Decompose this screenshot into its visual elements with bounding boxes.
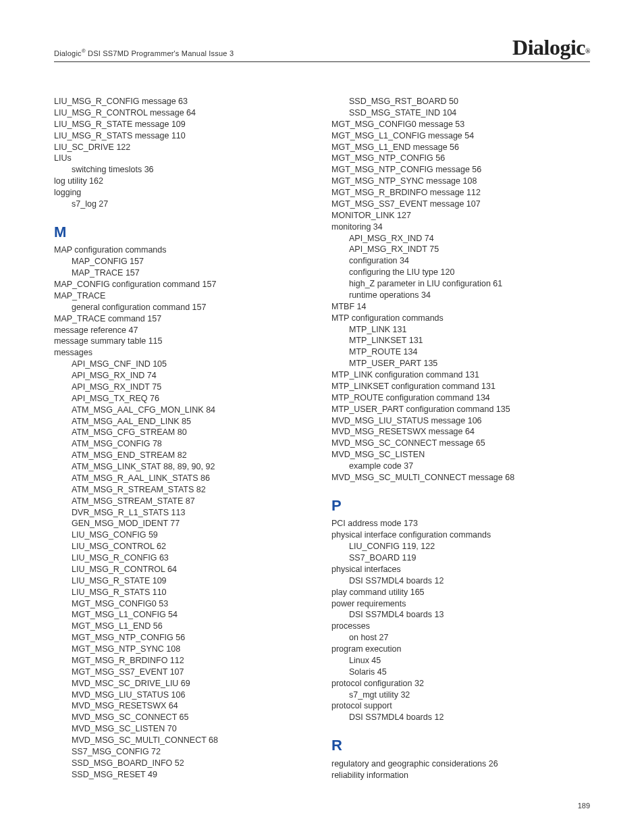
index-entry[interactable]: ATM_MSG_END_STREAM 82 [54,450,313,461]
index-entry[interactable]: DSI SS7MDL4 boards 12 [331,712,590,723]
index-entry[interactable]: MTP configuration commands [331,313,590,324]
index-entry[interactable]: LIU_MSG_R_CONFIG 63 [54,552,313,564]
index-entry[interactable]: API_MSG_RX_IND 74 [54,370,313,382]
index-entry[interactable]: DVR_MSG_R_L1_STATS 113 [54,507,313,519]
index-entry[interactable]: MTP_USER_PART 135 [331,358,590,369]
index-entry[interactable]: reliability information [331,770,590,781]
index-entry[interactable]: regulatory and geographic considerations… [331,758,590,770]
index-entry[interactable]: s7_log 27 [54,199,313,210]
index-entry[interactable]: runtime operations 34 [331,290,590,301]
index-entry[interactable]: MGT_MSG_R_BRDINFO 112 [54,655,313,667]
index-entry[interactable]: message summary table 115 [54,336,313,347]
index-entry[interactable]: MVD_MSG_SC_CONNECT message 65 [331,438,590,449]
index-entry[interactable]: SS7_MSG_CONFIG 72 [54,746,313,758]
index-entry[interactable]: LIUs [54,153,313,164]
index-entry[interactable]: protocol support [331,700,590,712]
index-entry[interactable]: s7_mgt utility 32 [331,689,590,701]
index-entry[interactable]: API_MSG_RX_INDT 75 [54,382,313,393]
index-entry[interactable]: messages [54,347,313,359]
index-entry[interactable]: MGT_MSG_L1_CONFIG 54 [54,609,313,621]
index-entry[interactable]: API_MSG_TX_REQ 76 [54,393,313,405]
index-entry[interactable]: MONITOR_LINK 127 [331,210,590,221]
index-entry[interactable]: MTP_LINKSET 131 [331,335,590,346]
index-entry[interactable]: MTP_LINK 131 [331,324,590,336]
index-entry[interactable]: MVD_MSG_SC_LISTEN [331,449,590,461]
index-entry[interactable]: SSD_MSG_RST_BOARD 50 [331,96,590,107]
index-entry[interactable]: LIU_MSG_R_STATS 110 [54,587,313,598]
index-entry[interactable]: Solaris 45 [331,667,590,678]
index-entry[interactable]: MVD_MSG_RESETSWX 64 [54,700,313,712]
index-entry[interactable]: MAP_TRACE command 157 [54,313,313,325]
index-entry[interactable]: log utility 162 [54,176,313,187]
index-entry[interactable]: API_MSG_RX_INDT 75 [331,244,590,255]
index-entry[interactable]: on host 27 [331,632,590,644]
index-entry[interactable]: processes [331,621,590,632]
index-entry[interactable]: ATM_MSG_LINK_STAT 88, 89, 90, 92 [54,461,313,473]
index-entry[interactable]: message reference 47 [54,325,313,336]
index-entry[interactable]: MTP_LINK configuration command 131 [331,369,590,381]
index-entry[interactable]: MAP_CONFIG 157 [54,256,313,267]
index-entry[interactable]: LIU_MSG_CONTROL 62 [54,541,313,552]
index-entry[interactable]: LIU_MSG_R_CONTROL message 64 [54,107,313,119]
index-entry[interactable]: MGT_MSG_CONFIG0 53 [54,598,313,610]
index-entry[interactable]: ATM_MSG_STREAM_STATE 87 [54,496,313,507]
index-entry[interactable]: MTP_ROUTE configuration command 134 [331,392,590,404]
index-entry[interactable]: DSI SS7MDL4 boards 12 [331,575,590,587]
index-entry[interactable]: MGT_MSG_NTP_CONFIG 56 [331,153,590,164]
index-entry[interactable]: MVD_MSG_LIU_STATUS message 106 [331,415,590,427]
index-entry[interactable]: switching timeslots 36 [54,164,313,176]
index-entry[interactable]: MGT_MSG_NTP_CONFIG message 56 [331,164,590,176]
index-entry[interactable]: MGT_MSG_L1_END message 56 [331,142,590,153]
index-entry[interactable]: Linux 45 [331,655,590,667]
index-entry[interactable]: ATM_MSG_R_AAL_LINK_STATS 86 [54,473,313,484]
index-entry[interactable]: LIU_CONFIG 119, 122 [331,541,590,552]
index-entry[interactable]: LIU_MSG_R_STATE 109 [54,575,313,587]
index-entry[interactable]: ATM_MSG_R_STREAM_STATS 82 [54,484,313,496]
index-entry[interactable]: MVD_MSC_SC_DRIVE_LIU 69 [54,678,313,689]
index-entry[interactable]: monitoring 34 [331,221,590,233]
index-entry[interactable]: MVD_MSG_LIU_STATUS 106 [54,689,313,701]
index-entry[interactable]: power requirements [331,598,590,610]
index-entry[interactable]: MVD_MSG_SC_MULTI_CONNECT message 68 [331,472,590,484]
index-entry[interactable]: LIU_MSG_R_CONTROL 64 [54,564,313,575]
index-entry[interactable]: LIU_SC_DRIVE 122 [54,142,313,153]
index-entry[interactable]: MGT_MSG_SS7_EVENT message 107 [331,199,590,210]
index-entry[interactable]: MVD_MSG_RESETSWX message 64 [331,426,590,438]
index-entry[interactable]: SSD_MSG_RESET 49 [54,769,313,781]
index-entry[interactable]: MGT_MSG_CONFIG0 message 53 [331,119,590,130]
index-entry[interactable]: LIU_MSG_CONFIG 59 [54,529,313,541]
index-entry[interactable]: LIU_MSG_R_STATS message 110 [54,130,313,142]
index-entry[interactable]: logging [54,187,313,199]
index-entry[interactable]: MTP_LINKSET configuration command 131 [331,381,590,392]
index-entry[interactable]: MGT_MSG_SS7_EVENT 107 [54,667,313,678]
index-entry[interactable]: API_MSG_CNF_IND 105 [54,359,313,370]
index-entry[interactable]: LIU_MSG_R_CONFIG message 63 [54,96,313,107]
index-entry[interactable]: MVD_MSG_SC_MULTI_CONNECT 68 [54,735,313,746]
index-entry[interactable]: protocol configuration 32 [331,678,590,689]
index-entry[interactable]: MVD_MSG_SC_CONNECT 65 [54,712,313,723]
index-entry[interactable]: SSD_MSG_STATE_IND 104 [331,107,590,119]
index-entry[interactable]: MTP_USER_PART configuration command 135 [331,404,590,415]
index-entry[interactable]: configuring the LIU type 120 [331,267,590,278]
index-entry[interactable]: SS7_BOARD 119 [331,552,590,564]
index-entry[interactable]: SSD_MSG_BOARD_INFO 52 [54,758,313,769]
index-entry[interactable]: ATM_MSG_CONFIG 78 [54,438,313,450]
index-entry[interactable]: MGT_MSG_L1_END 56 [54,621,313,632]
index-entry[interactable]: MGT_MSG_L1_CONFIG message 54 [331,130,590,142]
index-entry[interactable]: MTBF 14 [331,301,590,313]
index-entry[interactable]: configuration 34 [331,255,590,267]
index-entry[interactable]: DSI SS7MDL4 boards 13 [331,609,590,621]
index-entry[interactable]: high_Z parameter in LIU configuration 61 [331,278,590,290]
index-entry[interactable]: MAP_CONFIG configuration command 157 [54,279,313,290]
index-entry[interactable]: example code 37 [331,461,590,472]
index-entry[interactable]: physical interfaces [331,564,590,575]
index-entry[interactable]: PCI address mode 173 [331,518,590,529]
index-entry[interactable]: MTP_ROUTE 134 [331,346,590,358]
index-entry[interactable]: ATM_MSG_CFG_STREAM 80 [54,427,313,438]
index-entry[interactable]: MGT_MSG_NTP_SYNC 108 [54,644,313,655]
index-entry[interactable]: general configuration command 157 [54,302,313,313]
index-entry[interactable]: physical interface configuration command… [331,529,590,541]
index-entry[interactable]: MGT_MSG_NTP_CONFIG 56 [54,632,313,644]
index-entry[interactable]: ATM_MSG_AAL_CFG_MON_LINK 84 [54,405,313,416]
index-entry[interactable]: MAP configuration commands [54,244,313,256]
